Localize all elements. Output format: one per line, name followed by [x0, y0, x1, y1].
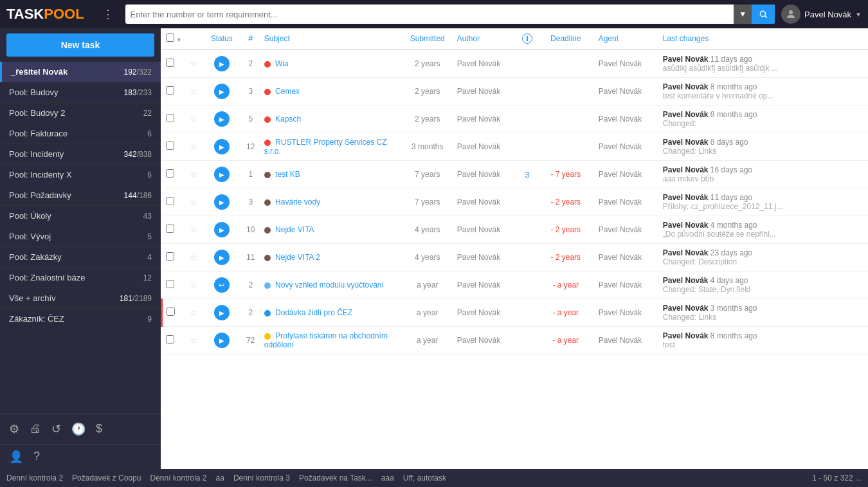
user-chevron-icon[interactable]: ▼ [855, 11, 862, 18]
sidebar-item-5[interactable]: Pool: Incidenty X6 [0, 165, 161, 185]
play-button[interactable]: ▶ [214, 194, 230, 210]
play-button[interactable]: ▶ [214, 222, 230, 237]
menu-dots-icon[interactable]: ⋮ [97, 5, 119, 24]
footer-tab-6[interactable]: aaa [381, 473, 394, 482]
sidebar-item-6[interactable]: Pool: Požadavky144/186 [0, 185, 161, 206]
col-info-header[interactable]: ℹ [518, 28, 537, 50]
col-status-header[interactable]: Status [203, 28, 241, 50]
subject-link[interactable]: Dodávka židlí pro ČEZ [275, 308, 352, 317]
row-checkbox[interactable] [166, 225, 174, 233]
row-agent-cell: Pavel Novák [595, 244, 659, 271]
search-input[interactable] [125, 7, 734, 22]
refresh-icon[interactable]: ↺ [51, 422, 61, 436]
sidebar-item-2[interactable]: Pool: Budovy 222 [0, 103, 161, 124]
sidebar-item-0[interactable]: _řešitel Novák192/322 [0, 62, 161, 82]
sidebar-item-3[interactable]: Pool: Fakturace6 [0, 124, 161, 144]
star-icon[interactable]: ☆ [190, 114, 198, 124]
return-button[interactable]: ↩ [214, 277, 230, 293]
user-icon[interactable]: 👤 [9, 450, 23, 464]
play-button[interactable]: ▶ [214, 56, 230, 71]
table-row: ☆ ↩ 2 Nový vzhled modulu vyúčtování a ye… [162, 271, 869, 299]
play-button[interactable]: ▶ [214, 305, 230, 320]
play-button[interactable]: ▶ [214, 111, 230, 127]
change-author: Pavel Novák [663, 276, 709, 285]
play-button[interactable]: ▶ [214, 167, 230, 182]
select-all-checkbox[interactable] [166, 33, 174, 42]
row-checkbox[interactable] [166, 280, 174, 288]
sidebar-item-7[interactable]: Pool: Úkoly43 [0, 206, 161, 226]
row-checkbox[interactable] [166, 114, 174, 122]
star-icon[interactable]: ☆ [190, 280, 198, 290]
subject-link[interactable]: Nový vzhled modulu vyúčtování [275, 280, 384, 289]
footer-tab-4[interactable]: Denní kontrola 3 [233, 473, 290, 482]
status-dot [264, 333, 271, 340]
star-icon[interactable]: ☆ [190, 335, 198, 345]
col-num-header[interactable]: # [241, 28, 260, 50]
star-icon[interactable]: ☆ [190, 59, 198, 69]
subject-link[interactable]: Nejde VITA [275, 225, 314, 234]
help-icon[interactable]: ? [33, 450, 40, 464]
sidebar-item-9[interactable]: Pool: Zakázky4 [0, 247, 161, 268]
dollar-icon[interactable]: $ [96, 422, 102, 436]
row-checkbox[interactable] [166, 197, 174, 205]
row-num-cell: 2 [241, 271, 260, 299]
footer-tab-5[interactable]: Požadavek na Task... [299, 473, 372, 482]
user-section[interactable]: Pavel Novák ▼ [781, 5, 862, 24]
sidebar-item-10[interactable]: Pool: Znalostní báze12 [0, 268, 161, 288]
subject-link[interactable]: test KB [275, 170, 300, 179]
row-deadline-cell [537, 133, 595, 161]
sidebar-item-1[interactable]: Pool: Budovy183/233 [0, 82, 161, 103]
filter-icon[interactable]: ⚙ [9, 422, 19, 436]
subject-link[interactable]: Nejde VITA 2 [275, 253, 320, 262]
sidebar-item-8[interactable]: Pool: Vývoj5 [0, 226, 161, 247]
subject-link[interactable]: Havárie vody [275, 198, 320, 207]
col-submitted-header[interactable]: Submitted [402, 28, 453, 50]
col-lastchanges-header[interactable]: Last changes [659, 28, 868, 50]
col-check-header[interactable]: ▼ [162, 28, 186, 50]
star-icon[interactable]: ☆ [190, 169, 198, 179]
search-button[interactable] [752, 5, 775, 24]
star-icon[interactable]: ☆ [190, 197, 198, 207]
col-deadline-header[interactable]: Deadline [537, 28, 595, 50]
play-button[interactable]: ▶ [214, 139, 230, 154]
row-checkbox[interactable] [166, 59, 174, 67]
clock-icon[interactable]: 🕐 [71, 422, 86, 436]
row-checkbox[interactable] [166, 335, 174, 344]
play-button[interactable]: ▶ [214, 333, 230, 348]
play-button[interactable]: ▶ [214, 84, 230, 99]
play-button[interactable]: ▶ [214, 250, 230, 265]
star-icon[interactable]: ☆ [190, 86, 198, 96]
row-checkbox[interactable] [166, 142, 174, 150]
star-icon[interactable]: ☆ [190, 142, 198, 152]
col-agent-header[interactable]: Agent [595, 28, 659, 50]
star-icon[interactable]: ☆ [190, 252, 198, 262]
sidebar-item-12[interactable]: Zákazník: ČEZ9 [0, 309, 161, 329]
col-subject-header[interactable]: Subject [260, 28, 402, 50]
footer-tab-2[interactable]: Denní kontrola 2 [150, 473, 206, 482]
star-icon[interactable]: ☆ [190, 308, 198, 318]
row-status-cell: ▶ [203, 161, 241, 188]
sidebar-item-11[interactable]: Vše + archív181/2189 [0, 288, 161, 309]
new-task-button[interactable]: New task [6, 33, 154, 57]
row-checkbox[interactable] [166, 252, 174, 261]
col-author-header[interactable]: Author [453, 28, 518, 50]
row-num-cell: 1 [241, 161, 260, 188]
footer-tab-0[interactable]: Denní kontrola 2 [6, 473, 63, 482]
star-icon[interactable]: ☆ [190, 225, 198, 235]
row-checkbox[interactable] [166, 169, 174, 178]
change-time: 8 months ago [710, 82, 757, 91]
subject-link[interactable]: Wia [275, 59, 289, 68]
subject-link[interactable]: Profylaxe tiskáren na obchodním oddělení [264, 331, 388, 349]
footer-tab-1[interactable]: Požadavek z Coopu [72, 473, 141, 482]
sidebar-item-4[interactable]: Pool: Incidenty342/838 [0, 144, 161, 165]
subject-link[interactable]: Cemex [275, 87, 300, 96]
row-checkbox[interactable] [167, 308, 175, 316]
subject-link[interactable]: Kapsch [275, 115, 301, 124]
printer-icon[interactable]: 🖨 [30, 422, 41, 436]
footer-tab-3[interactable]: aa [216, 473, 224, 482]
subject-link[interactable]: RUSTLER Property Services CZ s.r.o. [264, 138, 387, 156]
search-dropdown-btn[interactable]: ▼ [734, 5, 752, 24]
sidebar-item-count-8: 5 [147, 232, 152, 241]
footer-tab-7[interactable]: Uff, autotask [403, 473, 446, 482]
row-checkbox[interactable] [166, 86, 174, 95]
